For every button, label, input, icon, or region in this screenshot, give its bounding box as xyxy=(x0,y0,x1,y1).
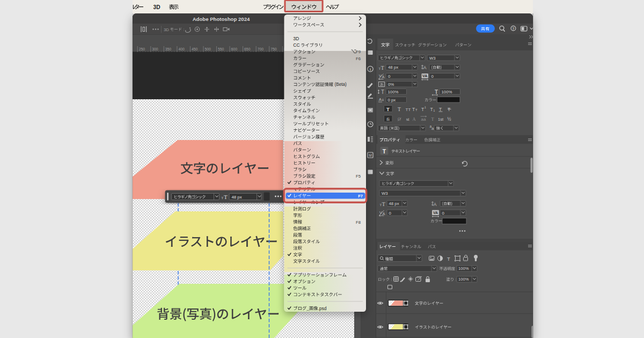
svg-text:400: 400 xyxy=(178,47,185,51)
svg-text:F7: F7 xyxy=(358,194,363,199)
svg-text:600: 600 xyxy=(231,47,238,51)
svg-text:T: T xyxy=(439,107,442,112)
svg-text:F5: F5 xyxy=(356,174,361,179)
svg-text:48 px: 48 px xyxy=(388,65,398,70)
svg-text:0: 0 xyxy=(389,211,392,216)
svg-text:i: i xyxy=(370,67,371,72)
svg-text:500: 500 xyxy=(205,47,211,51)
svg-text:300: 300 xyxy=(152,47,158,51)
svg-text:750: 750 xyxy=(270,47,277,51)
svg-text:450: 450 xyxy=(192,47,198,51)
svg-text:½: ½ xyxy=(447,116,451,122)
svg-text:3D: 3D xyxy=(153,4,160,10)
svg-text:T: T xyxy=(222,196,224,200)
svg-text:st: st xyxy=(406,116,409,122)
svg-text:700: 700 xyxy=(258,47,264,51)
svg-text:100%: 100% xyxy=(458,277,469,282)
svg-text:T: T xyxy=(431,116,434,122)
svg-text:VA: VA xyxy=(422,74,427,78)
svg-text:Adobe Photoshop 2024: Adobe Photoshop 2024 xyxy=(193,16,250,22)
svg-text:1st: 1st xyxy=(438,117,444,122)
svg-text:O: O xyxy=(398,117,401,122)
svg-text:100%: 100% xyxy=(388,90,399,94)
svg-text:T: T xyxy=(447,256,450,262)
svg-text:3D: 3D xyxy=(164,27,169,32)
svg-text:A: A xyxy=(379,97,382,102)
svg-text:T: T xyxy=(415,108,418,112)
svg-text:100%: 100% xyxy=(458,266,469,271)
svg-text:TT: TT xyxy=(406,107,411,112)
svg-text:0: 0 xyxy=(442,211,445,216)
svg-text:T: T xyxy=(412,107,415,112)
svg-text:.psd: .psd xyxy=(318,306,327,311)
svg-text:0: 0 xyxy=(431,74,434,79)
svg-text:350: 350 xyxy=(165,47,172,51)
svg-text:T: T xyxy=(386,106,390,112)
svg-text:A: A xyxy=(434,202,437,207)
svg-text:?: ? xyxy=(512,27,514,31)
svg-text:T: T xyxy=(398,107,401,112)
svg-text:48 px: 48 px xyxy=(232,195,242,200)
svg-text:fi: fi xyxy=(386,116,390,122)
svg-text:CC: CC xyxy=(293,42,299,48)
svg-text:aa: aa xyxy=(421,117,426,122)
svg-text:T: T xyxy=(381,65,385,71)
svg-text:T: T xyxy=(435,89,438,95)
svg-text:(Beta): (Beta) xyxy=(335,82,347,87)
svg-text:A: A xyxy=(412,116,416,122)
svg-text:W3: W3 xyxy=(382,191,388,196)
svg-text:F9: F9 xyxy=(356,49,361,54)
svg-text:0%: 0% xyxy=(388,82,394,87)
svg-text:T: T xyxy=(421,107,424,112)
svg-text:T: T xyxy=(430,107,433,112)
svg-text:T: T xyxy=(383,148,386,155)
svg-text:550: 550 xyxy=(218,47,224,51)
svg-text:250: 250 xyxy=(139,47,145,51)
svg-text:M: M xyxy=(369,153,371,157)
svg-text:1: 1 xyxy=(434,109,435,112)
svg-text:A: A xyxy=(423,65,427,70)
svg-text:a: a xyxy=(431,126,434,131)
svg-text:650: 650 xyxy=(244,47,251,51)
svg-text:1: 1 xyxy=(425,106,426,109)
svg-text:3D: 3D xyxy=(293,36,299,41)
svg-text:F8: F8 xyxy=(356,220,361,225)
svg-text:F6: F6 xyxy=(356,56,361,61)
svg-text:48 px: 48 px xyxy=(389,201,399,206)
svg-text:T: T xyxy=(224,194,228,200)
svg-text:0 px: 0 px xyxy=(388,98,396,102)
svg-text:T: T xyxy=(382,201,386,207)
svg-text:T: T xyxy=(381,89,384,95)
svg-text:0: 0 xyxy=(388,74,391,79)
svg-text:W3: W3 xyxy=(429,56,436,61)
svg-text:100%: 100% xyxy=(442,90,452,94)
svg-text:VA: VA xyxy=(433,211,438,215)
